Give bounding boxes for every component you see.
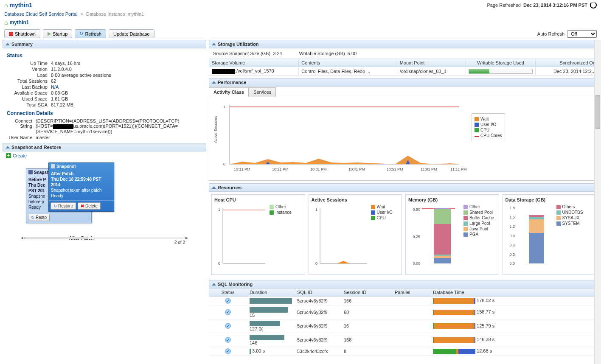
table-row[interactable]: ✔ 127.0( 5zruc4v6y32f916 125.79 s: [209, 319, 598, 333]
svg-text:0: 0: [315, 261, 317, 266]
svg-rect-46: [529, 215, 544, 217]
username-value: master: [36, 135, 50, 140]
svg-text:0.50: 0.50: [413, 207, 420, 212]
svg-text:11:11 PM: 11:11 PM: [450, 167, 467, 171]
sessions-value: 62: [51, 78, 56, 84]
storage-used-bar: [469, 69, 532, 74]
table-row[interactable]: ✔ 15 5zruc4v6y32f968 158.77 s: [209, 305, 598, 319]
shutdown-button[interactable]: Shutdown: [4, 29, 40, 38]
collapse-icon[interactable]: [212, 43, 216, 45]
resources-panel-header: Resources: [209, 183, 598, 192]
svg-rect-35: [434, 208, 451, 209]
storage-table: Storage Volume Contents Mount Point Writ…: [209, 59, 598, 76]
storage-panel-header: Storage Utilization: [209, 40, 598, 48]
collapse-icon[interactable]: [212, 283, 216, 286]
svg-text:0.6: 0.6: [509, 243, 515, 247]
svg-rect-45: [529, 217, 544, 219]
svg-text:1.5: 1.5: [509, 215, 515, 219]
data-storage-card: Data Storage (GB) 1.8 1.5 1.2 0.9 0.6 0.…: [503, 194, 596, 275]
tab-activity-class[interactable]: Activity Class: [209, 87, 249, 97]
refresh-icon[interactable]: [590, 2, 597, 8]
collapse-icon[interactable]: [6, 43, 10, 45]
tab-services[interactable]: Services: [249, 87, 276, 97]
svg-text:10:31 PM: 10:31 PM: [310, 167, 327, 171]
snapshot-panel-header: Snapshot and Restore: [3, 143, 206, 151]
svg-rect-44: [529, 219, 544, 233]
collapse-icon[interactable]: [6, 146, 10, 148]
version-value: 11.2.0.4.0: [51, 67, 72, 72]
table-row[interactable]: ✔ 146 5zruc4v6y32f9168 146.38 s: [209, 333, 598, 347]
svg-text:1: 1: [223, 105, 225, 109]
svg-text:10:41 PM: 10:41 PM: [348, 167, 365, 171]
collapse-icon[interactable]: [212, 81, 216, 84]
instance-subheader: ⌂ mythin1: [0, 19, 601, 28]
svg-text:1.2: 1.2: [509, 224, 515, 229]
svg-rect-43: [529, 233, 544, 263]
redacted-host: [53, 124, 73, 129]
collapse-icon[interactable]: [212, 186, 216, 189]
pager-count: 2 of 2: [24, 239, 185, 245]
page-refreshed-info: Page Refreshed Dec 23, 2014 3:12:16 PM P…: [487, 2, 597, 8]
create-snapshot-link[interactable]: +Create: [3, 151, 206, 160]
sql-monitoring-panel-header: SQL Monitoring: [209, 280, 598, 288]
uptime-value: 4 days, 16 hrs: [51, 61, 80, 66]
update-database-button[interactable]: Update Database: [109, 29, 154, 38]
svg-text:1.8: 1.8: [509, 206, 515, 210]
svg-text:0.9: 0.9: [509, 234, 515, 238]
svg-rect-31: [434, 256, 451, 258]
performance-chart: Active Sessions 1 0 10:11 PM10:21 PM10:3…: [209, 97, 598, 181]
db-icon: [28, 170, 33, 174]
svg-marker-25: [337, 261, 350, 263]
connect-string: (DESCRIPTION=(ADDRESS_LIST=(ADDRESS=(PRO…: [36, 118, 179, 134]
svg-text:1: 1: [315, 207, 317, 212]
table-row[interactable]: ✔ 5zruc4v6y32f9166 178.02 s: [209, 297, 598, 305]
table-row[interactable]: ✔ 3.00 s 53c2k4c43zcfx8 12.68 s: [209, 347, 598, 356]
available-space-value: 0.08 GB: [51, 90, 68, 95]
svg-text:0.25: 0.25: [413, 235, 420, 239]
activity-chart-svg: Active Sessions 1 0 10:11 PM10:21 PM10:3…: [213, 101, 467, 177]
writable-storage-value: 5.00: [348, 51, 357, 56]
stop-icon: [9, 32, 13, 36]
refresh-icon: ↻: [79, 31, 83, 36]
auto-refresh-label: Auto Refresh: [537, 31, 564, 36]
page-title: ⌂ mythin1: [4, 2, 32, 8]
plus-icon: +: [6, 153, 11, 158]
breadcrumb: Database Cloud Self Service Portal > Dat…: [0, 10, 601, 19]
restore-button[interactable]: ↻Resto: [28, 214, 50, 221]
refresh-button[interactable]: ↻Refresh: [75, 29, 106, 38]
svg-text:Active Sessions: Active Sessions: [213, 116, 218, 143]
svg-text:10:21 PM: 10:21 PM: [272, 167, 289, 171]
sql-monitoring-table: Status Duration SQL ID Session ID Parall…: [209, 288, 598, 356]
table-row[interactable]: :/vol/smf_vol_1570 Control Files, Data F…: [209, 67, 598, 76]
vertical-scrollbar[interactable]: [594, 40, 601, 364]
check-icon: ✔: [225, 298, 231, 304]
performance-panel-header: Performance: [209, 78, 598, 87]
active-sessions-card: Active Sessions 10 WaitUser I/OCPU: [309, 194, 402, 275]
svg-text:0.0: 0.0: [509, 261, 515, 266]
svg-marker-6: [230, 156, 459, 164]
svg-text:10:51 PM: 10:51 PM: [387, 167, 403, 171]
snapshot-size-value: 3.24: [273, 51, 282, 56]
memory-card: Memory (GB) 0.50 0.25 0.00 Other: [405, 194, 499, 275]
auto-refresh-select[interactable]: Off: [567, 30, 597, 38]
svg-rect-34: [434, 209, 451, 224]
restore-button[interactable]: ↻Restore: [51, 202, 76, 210]
sga-value: 617.22 MB: [51, 102, 73, 107]
db-icon: [51, 164, 55, 168]
breadcrumb-current: Database Instance: mythin1: [86, 11, 144, 17]
last-backup-value[interactable]: N/A: [51, 84, 59, 90]
home-icon: ⌂: [4, 19, 8, 26]
delete-button[interactable]: ✖Delete: [78, 202, 101, 210]
snapshot-card-front[interactable]: Snapshot After Patch Thu Dec 18 22:59:48…: [48, 162, 114, 212]
startup-button[interactable]: Startup: [43, 29, 72, 38]
breadcrumb-root[interactable]: Database Cloud Self Service Portal: [4, 11, 77, 17]
snapshot-pager[interactable]: ◄► 2 of 2: [24, 237, 185, 245]
svg-text:0: 0: [223, 162, 225, 166]
performance-legend: Wait User I/O CPU CPU Cores: [472, 113, 505, 141]
svg-text:10:11 PM: 10:11 PM: [234, 167, 250, 171]
svg-rect-33: [434, 224, 451, 255]
svg-text:0.3: 0.3: [509, 252, 515, 257]
svg-rect-32: [434, 255, 451, 256]
check-icon: ✔: [225, 348, 231, 354]
status-heading: Status: [7, 51, 202, 60]
